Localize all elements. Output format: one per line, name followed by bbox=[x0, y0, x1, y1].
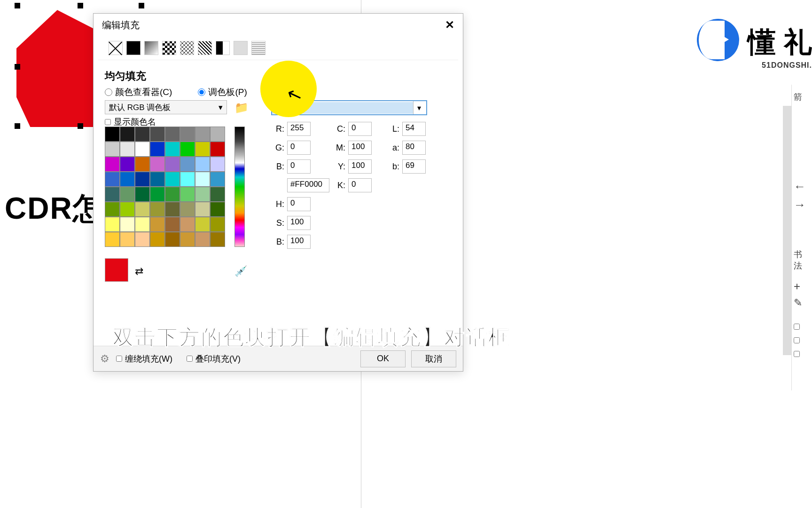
palette-swatch[interactable] bbox=[210, 232, 225, 247]
palette-swatch[interactable] bbox=[105, 187, 120, 202]
palette-swatch[interactable] bbox=[165, 142, 180, 157]
cancel-button[interactable]: 取消 bbox=[411, 350, 456, 367]
palette-swatch[interactable] bbox=[180, 217, 195, 232]
gradient-fill-tab[interactable] bbox=[144, 41, 158, 55]
palette-swatch[interactable] bbox=[120, 232, 135, 247]
vector-pattern-tab[interactable] bbox=[180, 41, 194, 55]
right-checkbox-3[interactable] bbox=[794, 351, 800, 357]
palette-swatch[interactable] bbox=[195, 187, 210, 202]
palette-swatch[interactable] bbox=[210, 202, 225, 217]
r-input[interactable]: 255 bbox=[287, 122, 311, 136]
spectrum-strip[interactable] bbox=[234, 127, 245, 247]
folder-icon[interactable]: 📁 bbox=[234, 101, 249, 114]
palette-swatch[interactable] bbox=[135, 187, 150, 202]
palette-swatch[interactable] bbox=[165, 127, 180, 142]
close-icon[interactable]: ✕ bbox=[445, 18, 454, 32]
texture-fill-tab[interactable] bbox=[234, 41, 248, 55]
palette-swatch[interactable] bbox=[165, 172, 180, 187]
g-input[interactable]: 0 bbox=[287, 141, 311, 155]
pen-icon[interactable]: ✎ bbox=[792, 295, 812, 311]
wrap-fill-checkbox[interactable]: 缠绕填充(W) bbox=[116, 353, 172, 365]
palette-swatch[interactable] bbox=[210, 172, 225, 187]
palette-swatch[interactable] bbox=[150, 142, 165, 157]
palette-swatch[interactable] bbox=[150, 187, 165, 202]
pattern-fill-tab[interactable] bbox=[162, 41, 176, 55]
show-color-name-checkbox[interactable] bbox=[105, 119, 111, 125]
palette-swatch[interactable] bbox=[210, 127, 225, 142]
right-scrollbar[interactable] bbox=[783, 106, 791, 355]
palette-swatch[interactable] bbox=[210, 142, 225, 157]
hsb-b-input[interactable]: 100 bbox=[287, 235, 311, 249]
palette-swatch[interactable] bbox=[135, 202, 150, 217]
color-palette-grid[interactable] bbox=[105, 127, 225, 247]
palette-swatch[interactable] bbox=[120, 157, 135, 172]
overprint-fill-checkbox[interactable]: 叠印填充(V) bbox=[187, 353, 241, 365]
palette-swatch[interactable] bbox=[135, 217, 150, 232]
palette-swatch[interactable] bbox=[210, 217, 225, 232]
palette-swatch[interactable] bbox=[120, 187, 135, 202]
palette-swatch[interactable] bbox=[210, 157, 225, 172]
palette-swatch[interactable] bbox=[180, 157, 195, 172]
palette-swatch[interactable] bbox=[150, 157, 165, 172]
palette-swatch[interactable] bbox=[180, 187, 195, 202]
palette-swatch[interactable] bbox=[210, 187, 225, 202]
eyedropper-icon[interactable]: 💉 bbox=[234, 265, 247, 278]
palette-swatch[interactable] bbox=[195, 157, 210, 172]
plus-icon[interactable]: + bbox=[792, 278, 812, 295]
palette-swatch[interactable] bbox=[105, 232, 120, 247]
palette-swatch[interactable] bbox=[195, 202, 210, 217]
arrow-left-icon[interactable]: ← bbox=[792, 177, 812, 196]
palette-swatch[interactable] bbox=[150, 172, 165, 187]
palette-swatch[interactable] bbox=[165, 187, 180, 202]
palette-swatch[interactable] bbox=[180, 232, 195, 247]
palette-swatch[interactable] bbox=[135, 172, 150, 187]
c-input[interactable]: 0 bbox=[348, 122, 372, 136]
palette-swatch[interactable] bbox=[165, 217, 180, 232]
hatch-fill-tab[interactable] bbox=[198, 41, 212, 55]
palette-swatch[interactable] bbox=[195, 172, 210, 187]
palette-swatch[interactable] bbox=[120, 217, 135, 232]
palette-swatch[interactable] bbox=[105, 202, 120, 217]
right-checkbox-1[interactable] bbox=[794, 324, 800, 330]
palette-swatch[interactable] bbox=[180, 127, 195, 142]
gear-icon[interactable]: ⚙ bbox=[100, 353, 109, 365]
palette-dropdown[interactable]: 默认 RGB 调色板▾ bbox=[105, 100, 227, 114]
b-input[interactable]: 0 bbox=[287, 159, 311, 174]
s-input[interactable]: 100 bbox=[287, 216, 311, 230]
color-viewer-radio[interactable]: 颜色查看器(C) bbox=[105, 86, 172, 98]
palette-swatch[interactable] bbox=[180, 202, 195, 217]
palette-swatch[interactable] bbox=[135, 142, 150, 157]
palette-swatch[interactable] bbox=[135, 232, 150, 247]
color-preview[interactable] bbox=[105, 258, 128, 282]
palette-swatch[interactable] bbox=[105, 157, 120, 172]
palette-swatch[interactable] bbox=[120, 172, 135, 187]
palette-swatch[interactable] bbox=[180, 142, 195, 157]
palette-swatch[interactable] bbox=[135, 127, 150, 142]
arrow-right-icon[interactable]: → bbox=[792, 196, 812, 214]
h-input[interactable]: 0 bbox=[287, 197, 311, 211]
chevron-down-icon[interactable]: ▾ bbox=[413, 101, 424, 114]
right-checkbox-2[interactable] bbox=[794, 337, 800, 343]
palette-swatch[interactable] bbox=[105, 172, 120, 187]
a-input[interactable]: 80 bbox=[402, 141, 426, 155]
palette-swatch[interactable] bbox=[120, 127, 135, 142]
palette-swatch[interactable] bbox=[195, 142, 210, 157]
two-color-tab[interactable] bbox=[216, 41, 230, 55]
lab-b-input[interactable]: 69 bbox=[402, 159, 426, 174]
palette-swatch[interactable] bbox=[150, 232, 165, 247]
palette-swatch[interactable] bbox=[195, 232, 210, 247]
palette-swatch[interactable] bbox=[120, 202, 135, 217]
palette-swatch[interactable] bbox=[105, 217, 120, 232]
palette-radio[interactable]: 调色板(P) bbox=[198, 86, 247, 98]
palette-swatch[interactable] bbox=[165, 232, 180, 247]
palette-swatch[interactable] bbox=[195, 127, 210, 142]
palette-swatch[interactable] bbox=[180, 172, 195, 187]
palette-swatch[interactable] bbox=[135, 157, 150, 172]
y-input[interactable]: 100 bbox=[348, 159, 372, 174]
swap-icon[interactable]: ⇄ bbox=[135, 265, 143, 278]
k-input[interactable]: 0 bbox=[348, 178, 372, 192]
hex-input[interactable]: #FF0000 bbox=[287, 178, 329, 192]
palette-swatch[interactable] bbox=[150, 202, 165, 217]
postscript-fill-tab[interactable] bbox=[251, 41, 265, 55]
palette-swatch[interactable] bbox=[105, 127, 120, 142]
